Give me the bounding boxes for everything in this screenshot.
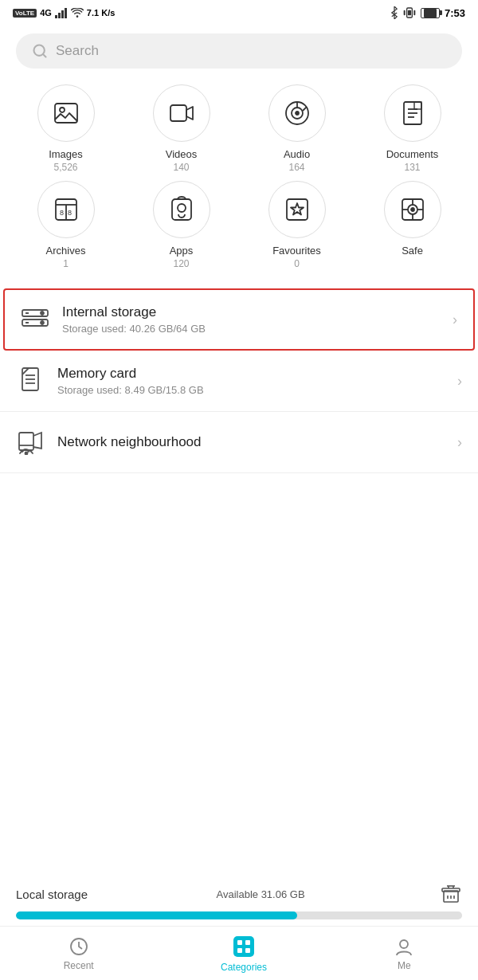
documents-label: Documents <box>386 148 439 160</box>
storage-bar-header: Local storage Available 31.06 GB <box>16 883 462 905</box>
network-type: 4G <box>40 8 52 18</box>
internal-storage-title: Internal storage <box>62 304 440 320</box>
storage-bar-row <box>16 911 462 919</box>
videos-label: Videos <box>166 148 198 160</box>
svg-rect-3 <box>65 8 67 18</box>
audio-count: 164 <box>288 162 304 173</box>
svg-point-38 <box>411 208 414 211</box>
safe-icon <box>398 195 427 224</box>
favourites-icon <box>283 195 311 224</box>
svg-rect-30 <box>287 199 308 220</box>
svg-point-43 <box>41 312 44 315</box>
svg-rect-2 <box>61 10 64 18</box>
svg-rect-5 <box>408 10 411 16</box>
images-icon-circle <box>37 84 95 142</box>
svg-rect-53 <box>442 888 460 892</box>
memory-card-subtitle: Storage used: 8.49 GB/15.8 GB <box>57 384 445 396</box>
archives-icon-circle: 8 8 <box>37 181 95 238</box>
nav-recent[interactable]: Recent <box>64 936 94 971</box>
svg-point-66 <box>400 940 408 948</box>
archives-icon: 8 8 <box>52 195 80 224</box>
svg-point-11 <box>60 108 65 112</box>
memory-card-item[interactable]: Memory card Storage used: 8.49 GB/15.8 G… <box>0 351 478 412</box>
storage-list: Internal storage Storage used: 40.26 GB/… <box>0 288 478 473</box>
internal-storage-item[interactable]: Internal storage Storage used: 40.26 GB/… <box>3 288 475 351</box>
network-title: Network neighbourhood <box>57 434 445 450</box>
nav-categories[interactable]: Categories <box>221 935 267 973</box>
safe-label: Safe <box>402 245 423 257</box>
local-storage-label: Local storage <box>16 888 88 901</box>
nav-me[interactable]: Me <box>394 936 414 971</box>
bottom-nav: Recent Categories Me <box>0 926 478 980</box>
clean-icon[interactable] <box>440 883 462 905</box>
internal-storage-icon <box>21 305 49 334</box>
svg-rect-10 <box>55 104 77 123</box>
documents-icon <box>398 99 427 127</box>
images-count: 5,526 <box>53 162 77 173</box>
favourites-count: 0 <box>294 258 300 269</box>
svg-text:8: 8 <box>60 209 64 217</box>
category-documents[interactable]: Documents 131 <box>355 84 470 173</box>
category-safe[interactable]: Safe <box>355 181 470 269</box>
memory-card-icon <box>16 365 45 397</box>
search-bar[interactable]: Search <box>16 33 462 69</box>
documents-count: 131 <box>404 162 420 173</box>
status-right: 7:53 <box>390 6 465 19</box>
network-neighbourhood-item[interactable]: Network neighbourhood › <box>0 412 478 473</box>
category-images[interactable]: Images 5,526 <box>8 84 123 173</box>
network-info: Network neighbourhood <box>57 434 445 450</box>
me-icon <box>394 936 414 957</box>
bottom-storage-section: Local storage Available 31.06 GB <box>0 872 478 926</box>
memory-card-title: Memory card <box>57 366 445 382</box>
svg-rect-65 <box>245 948 250 953</box>
category-apps[interactable]: Apps 120 <box>123 181 239 269</box>
time-display: 7:53 <box>445 7 465 19</box>
internal-storage-info: Internal storage Storage used: 40.26 GB/… <box>62 304 440 335</box>
images-label: Images <box>49 148 83 160</box>
search-placeholder: Search <box>56 43 99 59</box>
category-archives[interactable]: 8 8 Archives 1 <box>8 181 123 269</box>
local-storage-available: Available 31.06 GB <box>217 888 305 900</box>
category-videos[interactable]: Videos 140 <box>123 84 239 173</box>
svg-rect-6 <box>404 10 406 16</box>
svg-rect-63 <box>245 940 250 945</box>
svg-line-17 <box>303 107 307 111</box>
battery-icon <box>421 8 440 18</box>
vibrate-icon <box>403 6 416 19</box>
network-icon <box>16 426 45 458</box>
memory-card-chevron: › <box>457 373 462 390</box>
apps-icon <box>167 195 196 224</box>
audio-icon-circle <box>268 84 326 142</box>
svg-rect-1 <box>58 13 61 18</box>
images-icon <box>52 99 80 127</box>
videos-icon <box>167 99 196 127</box>
svg-point-15 <box>296 112 299 115</box>
svg-point-51 <box>25 453 28 455</box>
bluetooth-icon <box>390 6 398 19</box>
volte-badge: VoLTE <box>13 9 37 18</box>
internal-storage-subtitle: Storage used: 40.26 GB/64 GB <box>62 323 440 335</box>
category-grid: Images 5,526 Videos 140 Audio 164 <box>0 84 478 285</box>
nav-categories-label: Categories <box>221 962 267 973</box>
svg-rect-61 <box>233 936 254 957</box>
category-audio[interactable]: Audio 164 <box>239 84 355 173</box>
apps-icon-circle <box>153 181 210 238</box>
svg-rect-62 <box>237 940 242 945</box>
search-icon <box>32 43 48 59</box>
recent-icon <box>69 936 89 957</box>
favourites-label: Favourites <box>272 245 321 257</box>
svg-point-44 <box>41 321 44 324</box>
storage-bar-track <box>16 911 462 919</box>
safe-icon-circle <box>384 181 441 238</box>
nav-recent-label: Recent <box>64 960 94 971</box>
memory-card-info: Memory card Storage used: 8.49 GB/15.8 G… <box>57 366 445 396</box>
speed-indicator: 7.1 K/s <box>87 8 115 18</box>
categories-icon <box>232 935 256 958</box>
svg-rect-7 <box>413 10 415 16</box>
svg-rect-12 <box>170 105 186 121</box>
category-favourites[interactable]: Favourites 0 <box>239 181 355 269</box>
svg-rect-0 <box>55 15 57 18</box>
svg-line-9 <box>43 54 46 57</box>
archives-label: Archives <box>46 245 86 257</box>
archives-count: 1 <box>63 258 69 269</box>
